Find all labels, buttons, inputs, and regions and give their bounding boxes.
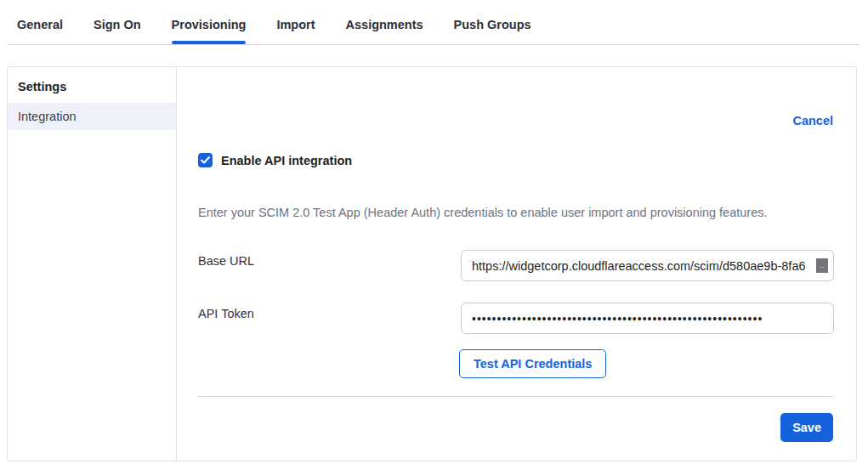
base-url-input[interactable]: [461, 250, 834, 281]
text-selection-artifact: ‥: [816, 258, 828, 273]
base-url-field-wrap: ‥: [461, 250, 834, 281]
tab-import[interactable]: Import: [276, 0, 315, 44]
app-tab-bar: General Sign On Provisioning Import Assi…: [9, 0, 859, 45]
tab-sign-on[interactable]: Sign On: [94, 0, 141, 44]
tab-assignments[interactable]: Assignments: [346, 0, 423, 44]
sidebar-heading: Settings: [8, 67, 176, 103]
api-token-field-wrap: [461, 303, 834, 334]
tab-general[interactable]: General: [17, 0, 63, 44]
sidebar-item-integration[interactable]: Integration: [8, 103, 176, 130]
credentials-description: Enter your SCIM 2.0 Test App (Header Aut…: [198, 206, 833, 219]
save-button[interactable]: Save: [780, 413, 833, 442]
integration-form: Cancel Enable API integration Enter your…: [177, 67, 856, 461]
checkmark-icon: [201, 156, 210, 164]
tab-push-groups[interactable]: Push Groups: [454, 0, 531, 44]
base-url-label: Base URL: [198, 254, 254, 268]
api-token-label: API Token: [198, 307, 254, 320]
cancel-button[interactable]: Cancel: [792, 114, 833, 127]
enable-api-label: Enable API integration: [221, 154, 352, 167]
tab-provisioning[interactable]: Provisioning: [172, 0, 247, 44]
provisioning-panel: Settings Integration Cancel Enable API i…: [7, 66, 857, 462]
enable-api-checkbox-row[interactable]: Enable API integration: [198, 153, 352, 167]
checkbox-checked-icon[interactable]: [198, 153, 213, 167]
settings-sidebar: Settings Integration: [8, 67, 177, 461]
test-api-credentials-button[interactable]: Test API Credentials: [459, 349, 606, 378]
api-token-input[interactable]: [461, 303, 834, 334]
footer-divider: [198, 396, 834, 397]
